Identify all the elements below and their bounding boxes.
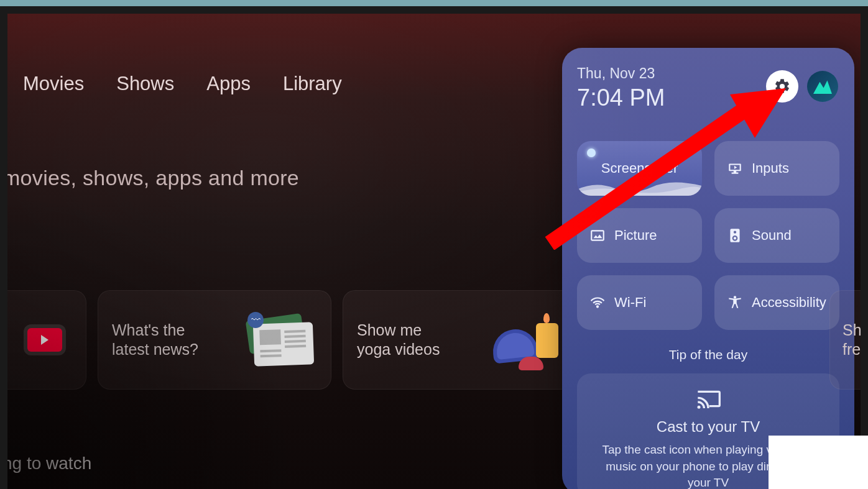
svg-point-0 [698, 406, 701, 409]
tile-inputs[interactable]: Inputs [714, 141, 839, 196]
quick-settings-panel: Thu, Nov 23 7:04 PM Screensaver [562, 48, 854, 489]
card-news-line1: What's the [112, 321, 198, 340]
sound-icon [727, 227, 743, 244]
tip-title: Cast to your TV [593, 418, 823, 436]
search-prompt[interactable]: movies, shows, apps and more [2, 166, 299, 190]
profile-avatar[interactable] [807, 71, 838, 102]
tip-heading: Tip of the day [577, 347, 839, 362]
top-nav: Movies Shows Apps Library [23, 73, 342, 95]
wifi-icon [589, 295, 606, 311]
youtube-icon [27, 328, 62, 352]
photo-artifact [769, 436, 868, 489]
card-partial[interactable]: Show free [829, 290, 868, 390]
nav-movies[interactable]: Movies [23, 73, 84, 95]
section-heading-partial: ng to watch [2, 454, 91, 473]
card-youtube[interactable] [2, 290, 86, 390]
card-yoga[interactable]: Show me yoga videos [343, 290, 576, 390]
sun-icon [587, 149, 596, 157]
tile-accessibility[interactable]: Accessibility [714, 275, 839, 330]
card-yoga-line2: yoga videos [357, 340, 440, 359]
card-news[interactable]: What's the latest news? 〰 [98, 290, 331, 390]
inputs-icon [727, 160, 743, 176]
tile-screensaver[interactable]: Screensaver [577, 141, 702, 196]
tv-screen: Movies Shows Apps Library movies, shows,… [0, 6, 868, 489]
yoga-icon [487, 312, 562, 368]
tile-picture[interactable]: Picture [577, 208, 702, 263]
tile-screensaver-label: Screensaver [601, 160, 678, 176]
tile-picture-label: Picture [614, 227, 657, 244]
card-yoga-line1: Show me [357, 321, 440, 340]
tile-inputs-label: Inputs [752, 160, 789, 176]
settings-button[interactable] [766, 70, 798, 103]
nav-library[interactable]: Library [283, 73, 342, 95]
gear-icon [773, 78, 791, 95]
waves-icon [577, 177, 702, 196]
card-news-line2: latest news? [112, 340, 198, 359]
tile-sound[interactable]: Sound [714, 208, 839, 263]
card-partial-line2: free [843, 340, 868, 359]
picture-icon [589, 227, 606, 244]
cast-icon [593, 388, 823, 412]
nav-shows[interactable]: Shows [116, 73, 174, 95]
tile-sound-label: Sound [752, 227, 792, 244]
nav-apps[interactable]: Apps [206, 73, 251, 95]
tile-accessibility-label: Accessibility [752, 295, 826, 311]
avatar-icon [813, 79, 832, 94]
tile-wifi-label: Wi-Fi [614, 295, 646, 311]
newspaper-icon: 〰 [242, 312, 317, 368]
card-partial-line1: Show [843, 321, 868, 340]
accessibility-icon [727, 295, 743, 311]
tile-wifi[interactable]: Wi-Fi [577, 275, 702, 330]
